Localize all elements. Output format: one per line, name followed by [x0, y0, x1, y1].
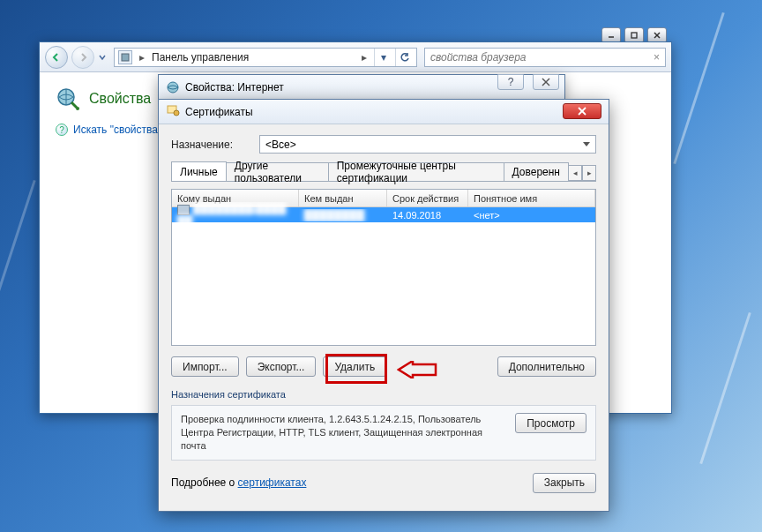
close-dialog-button[interactable]: Закрыть [533, 473, 596, 493]
tab-scroll-right[interactable]: ▸ [582, 165, 596, 181]
tab-other-people[interactable]: Другие пользователи [226, 162, 329, 181]
tab-trusted[interactable]: Доверенн [504, 162, 569, 181]
cell-friendly: <нет> [468, 210, 595, 221]
certificate-row-icon [177, 205, 190, 215]
import-button[interactable]: Импорт... [171, 356, 239, 377]
purpose-label: Назначение: [171, 139, 250, 151]
search-help-text: Искать "свойства [73, 124, 158, 136]
purpose-box: Проверка подлинности клиента, 1.2.643.5.… [171, 405, 596, 461]
internet-options-icon [56, 86, 80, 111]
globe-icon [166, 80, 180, 94]
list-row[interactable]: ████████ ████ ██ ████████ 14.09.2018 <не… [172, 207, 595, 222]
address-bar[interactable]: ▸ Панель управления ▸ ▾ [114, 48, 417, 67]
address-dropdown-icon[interactable]: ▾ [374, 49, 392, 66]
certificates-dialog: Сертификаты Назначение: <Все> Личные Дру… [158, 99, 609, 512]
purpose-group-header: Назначения сертификата [171, 389, 596, 400]
learn-more: Подробнее о сертификатах [171, 476, 306, 489]
tab-personal[interactable]: Личные [171, 161, 227, 181]
internet-properties-dialog: ? Свойства: Интернет [158, 74, 565, 101]
dialog-close-button[interactable] [563, 103, 601, 119]
page-title-text: Свойства [89, 91, 151, 107]
forward-button[interactable] [71, 46, 94, 69]
delete-button[interactable]: Удалить [323, 356, 386, 377]
breadcrumb-separator-icon: ▸ [358, 51, 370, 64]
dialog-title: Сертификаты [185, 106, 253, 118]
refresh-icon[interactable] [395, 49, 413, 66]
svg-point-9 [168, 82, 178, 93]
help-button[interactable]: ? [497, 74, 524, 90]
clear-search-icon[interactable]: × [654, 51, 660, 64]
certificate-icon [166, 103, 180, 120]
breadcrumb-text[interactable]: Панель управления [152, 51, 355, 64]
learn-more-link[interactable]: сертификатах [238, 476, 307, 489]
back-button[interactable] [45, 46, 68, 69]
cell-expires: 14.09.2018 [387, 210, 468, 221]
col-friendly[interactable]: Понятное имя [468, 190, 595, 206]
advanced-button[interactable]: Дополнительно [497, 356, 596, 377]
search-input[interactable] [430, 51, 650, 64]
chevron-down-icon [583, 142, 590, 146]
dialog-title: Свойства: Интернет [185, 81, 284, 94]
svg-point-11 [174, 110, 179, 116]
purpose-text: Проверка подлинности клиента, 1.2.643.5.… [181, 413, 506, 453]
nav-bar: ▸ Панель управления ▸ ▾ × [40, 42, 671, 72]
certificate-list[interactable]: Кому выдан Кем выдан Срок действия Понят… [171, 189, 596, 346]
svg-point-6 [76, 107, 79, 110]
tab-intermediate-ca[interactable]: Промежуточные центры сертификации [328, 162, 504, 181]
tab-scroll-left[interactable]: ◂ [568, 165, 582, 181]
history-chevron-icon[interactable] [98, 53, 107, 62]
dialog-close-button[interactable] [533, 74, 559, 90]
col-expires[interactable]: Срок действия [387, 190, 468, 206]
svg-rect-1 [631, 33, 637, 38]
col-issued-by[interactable]: Кем выдан [299, 190, 387, 206]
purpose-combo[interactable]: <Все> [259, 135, 596, 154]
svg-rect-4 [122, 54, 129, 61]
export-button[interactable]: Экспорт... [246, 356, 317, 377]
breadcrumb-separator-icon: ▸ [136, 51, 148, 64]
view-button[interactable]: Просмотр [515, 413, 586, 433]
control-panel-icon [118, 50, 132, 64]
search-box[interactable]: × [424, 48, 666, 67]
purpose-combo-value: <Все> [265, 139, 296, 151]
help-icon: ? [56, 124, 68, 136]
tabstrip: Личные Другие пользователи Промежуточные… [171, 162, 596, 182]
